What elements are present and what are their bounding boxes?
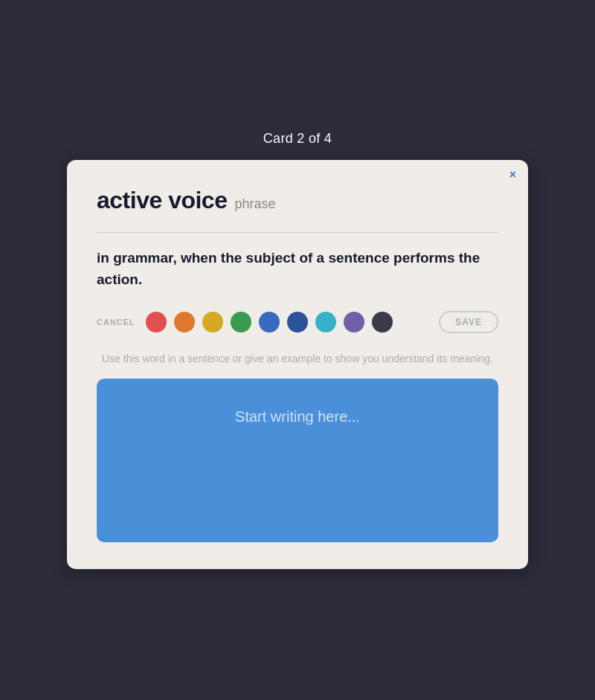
color-row: CANCEL SAVE — [97, 311, 498, 333]
card-counter: Card 2 of 4 — [263, 131, 332, 147]
cancel-label: CANCEL — [97, 318, 135, 327]
color-dot-dark-gray[interactable] — [372, 312, 393, 333]
close-button[interactable]: × — [509, 169, 516, 181]
color-dot-yellow[interactable] — [202, 312, 223, 333]
card-title-row: active voice phrase — [97, 187, 498, 214]
writing-textarea[interactable] — [97, 379, 498, 542]
save-button[interactable]: SAVE — [439, 311, 498, 333]
color-dot-green[interactable] — [231, 312, 251, 333]
color-dot-cyan[interactable] — [315, 312, 336, 333]
card-term: active voice — [97, 187, 227, 214]
color-dot-red[interactable] — [146, 312, 167, 333]
writing-area[interactable] — [97, 379, 498, 542]
card-definition: in grammar, when the subject of a senten… — [97, 248, 498, 290]
color-dot-blue-medium[interactable] — [287, 312, 308, 333]
color-dot-blue-dark[interactable] — [259, 312, 280, 333]
divider — [97, 232, 498, 233]
color-dot-purple[interactable] — [344, 312, 364, 333]
card-container: × active voice phrase in grammar, when t… — [67, 160, 528, 569]
card-part-of-speech: phrase — [234, 196, 275, 212]
instruction-text: Use this word in a sentence or give an e… — [97, 351, 498, 367]
color-dot-orange[interactable] — [174, 312, 195, 333]
